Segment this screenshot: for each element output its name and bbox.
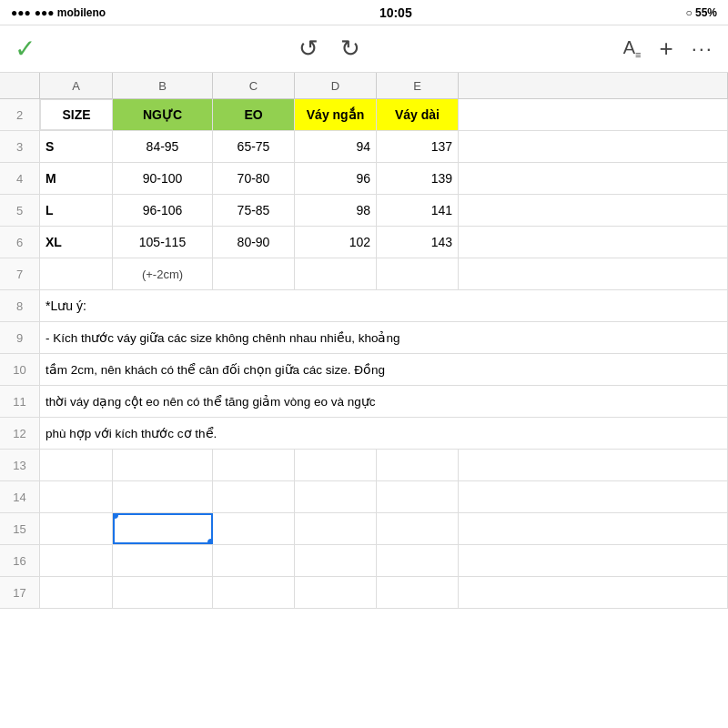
cell-e2[interactable]: Váy dài [377,99,459,130]
cell-d13[interactable] [295,450,377,480]
cell-note-11[interactable]: thời váy dạng cột eo nên có thể tăng giả… [40,386,728,417]
col-header-b[interactable]: B [113,73,213,98]
cell-a7[interactable] [40,258,113,289]
drag-handle-top-left[interactable] [113,513,118,519]
cell-d17[interactable] [295,577,377,608]
col-header-a[interactable]: A [40,73,113,98]
cell-d6[interactable]: 102 [295,227,377,258]
cell-rest-7 [459,258,728,289]
cell-a15[interactable] [40,513,113,544]
cell-e6[interactable]: 143 [377,227,459,258]
cell-d5[interactable]: 98 [295,195,377,226]
table-row: 14 [0,481,728,513]
row-num-17: 17 [0,577,40,608]
cell-e5[interactable]: 141 [377,195,459,226]
cell-rest-14 [459,481,728,512]
confirm-button[interactable]: ✓ [15,34,35,64]
cell-c7[interactable] [213,258,295,289]
cell-b7[interactable]: (+-2cm) [113,258,213,289]
cell-a5[interactable]: L [40,195,113,226]
cell-rest-3 [459,131,728,162]
drag-handle-bottom-right[interactable] [207,539,213,544]
cell-c5[interactable]: 75-85 [213,195,295,226]
row-num-9: 9 [0,322,40,353]
col-header-d[interactable]: D [295,73,377,98]
cell-b14[interactable] [113,481,213,512]
cell-rest-6 [459,227,728,258]
cell-note-10[interactable]: tầm 2cm, nên khách có thể cân đối chọn g… [40,354,728,385]
row-num-8: 8 [0,290,40,321]
cell-c6[interactable]: 80-90 [213,227,295,258]
cell-d7[interactable] [295,258,377,289]
cell-d15[interactable] [295,513,377,544]
cell-b4[interactable]: 90-100 [113,163,213,194]
cell-c13[interactable] [213,450,295,480]
cell-rest-13 [459,450,728,480]
add-button[interactable]: + [659,35,672,63]
cell-b6[interactable]: 105-115 [113,227,213,258]
cell-a16[interactable] [40,545,113,576]
col-header-c[interactable]: C [213,73,295,98]
cell-b5[interactable]: 96-106 [113,195,213,226]
cell-e3[interactable]: 137 [377,131,459,162]
cell-c17[interactable] [213,577,295,608]
row-num-11: 11 [0,386,40,417]
status-right: ○ 55% [685,6,717,19]
cell-c16[interactable] [213,545,295,576]
col-header-e[interactable]: E [377,73,459,98]
more-button[interactable]: ··· [692,37,713,61]
cell-b15[interactable] [113,513,213,544]
cell-e14[interactable] [377,481,459,512]
table-row: 7 (+-2cm) [0,258,728,290]
cell-d16[interactable] [295,545,377,576]
cell-a4[interactable]: M [40,163,113,194]
redo-button[interactable]: ↻ [340,35,360,63]
cell-b17[interactable] [113,577,213,608]
undo-button[interactable]: ↺ [298,35,318,63]
cell-c15[interactable] [213,513,295,544]
cell-e15[interactable] [377,513,459,544]
cell-c3[interactable]: 65-75 [213,131,295,162]
cell-e7[interactable] [377,258,459,289]
cell-b3[interactable]: 84-95 [113,131,213,162]
cell-a3[interactable]: S [40,131,113,162]
cell-rest-5 [459,195,728,226]
cell-e16[interactable] [377,545,459,576]
cell-b2[interactable]: NGỰC [113,99,213,130]
format-button[interactable]: A≡ [623,37,642,60]
cell-note-12[interactable]: phù hợp với kích thước cơ thể. [40,418,728,449]
cell-e13[interactable] [377,450,459,480]
cell-e17[interactable] [377,577,459,608]
cell-d4[interactable]: 96 [295,163,377,194]
table-row: 4 M 90-100 70-80 96 139 [0,163,728,195]
cell-note-9[interactable]: - Kích thước váy giữa các size không chê… [40,322,728,353]
cell-note-8[interactable]: *Lưu ý: [40,290,728,321]
table-row: 2 SIZE NGỰC EO Váy ngắn Váy dài [0,99,728,131]
cell-c2[interactable]: EO [213,99,295,130]
toolbar: ✓ ↺ ↻ A≡ + ··· [0,25,728,73]
cell-d14[interactable] [295,481,377,512]
cell-e4[interactable]: 139 [377,163,459,194]
cell-c4[interactable]: 70-80 [213,163,295,194]
row-num-header [0,73,40,98]
cell-a14[interactable] [40,481,113,512]
cell-a13[interactable] [40,450,113,480]
row-num-12: 12 [0,418,40,449]
cell-b13[interactable] [113,450,213,480]
cell-d2[interactable]: Váy ngắn [295,99,377,130]
cell-a2[interactable]: SIZE [40,99,113,130]
cell-d3[interactable]: 94 [295,131,377,162]
cell-a6[interactable]: XL [40,227,113,258]
cell-c14[interactable] [213,481,295,512]
cell-b16[interactable] [113,545,213,576]
table-row: 3 S 84-95 65-75 94 137 [0,131,728,163]
row-num-6: 6 [0,227,40,258]
cell-a17[interactable] [40,577,113,608]
cell-rest-2 [459,99,728,130]
table-row: 15 [0,513,728,545]
cell-rest-15 [459,513,728,544]
table-row: 10 tầm 2cm, nên khách có thể cân đối chọ… [0,354,728,386]
row-num-5: 5 [0,195,40,226]
cell-rest-16 [459,545,728,576]
spreadsheet: A B C D E 2 SIZE NGỰC EO Váy ngắn Váy dà… [0,73,728,728]
